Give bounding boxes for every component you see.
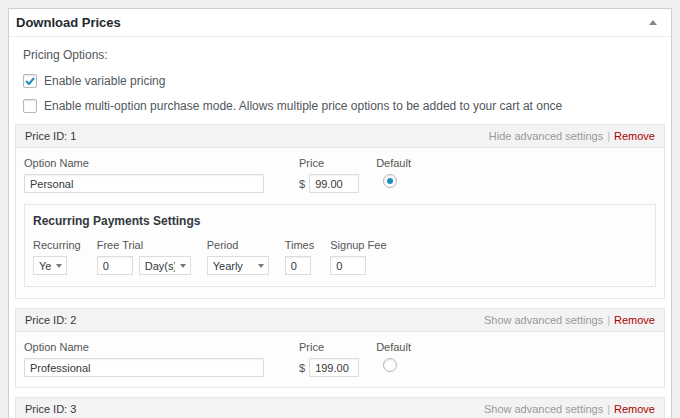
price-row-2: Price ID: 2 Show advanced settings|Remov… (15, 308, 665, 388)
remove-link[interactable]: Remove (614, 403, 655, 415)
price-label: Price (299, 341, 359, 353)
checkmark-icon (25, 77, 35, 85)
remove-link[interactable]: Remove (614, 130, 655, 142)
price-row-3-actions: Show advanced settings|Remove (484, 403, 655, 415)
remove-link[interactable]: Remove (614, 314, 655, 326)
option-name-field: Option Name (24, 341, 264, 377)
price-input[interactable] (309, 174, 359, 193)
option-name-input[interactable] (24, 358, 264, 377)
default-label: Default (376, 157, 411, 169)
download-prices-panel: Download Prices Pricing Options: Enable … (8, 8, 672, 418)
price-row-1: Price ID: 1 Hide advanced settings|Remov… (15, 124, 665, 299)
default-radio[interactable] (383, 174, 397, 188)
link-separator: | (607, 130, 610, 142)
period-select[interactable]: Yearly (207, 256, 269, 275)
recurring-label: Recurring (33, 239, 81, 251)
panel-title: Download Prices (16, 15, 121, 30)
price-id-label: Price ID: 3 (25, 403, 76, 415)
price-row-2-body: Option Name Price $ Default (16, 332, 664, 387)
default-field: Default (376, 341, 411, 372)
price-id-label: Price ID: 1 (25, 130, 76, 142)
panel-header: Download Prices (9, 9, 671, 37)
link-separator: | (607, 314, 610, 326)
recurring-payments-box: Recurring Payments Settings Recurring Ye… (24, 204, 656, 287)
radio-selected-dot (387, 178, 393, 184)
signup-fee-label: Signup Fee (330, 239, 386, 251)
times-label: Times (285, 239, 315, 251)
collapse-panel-button[interactable] (645, 16, 661, 29)
price-row-1-actions: Hide advanced settings|Remove (489, 130, 655, 142)
link-separator: | (607, 403, 610, 415)
advanced-settings-link[interactable]: Show advanced settings (484, 403, 603, 415)
price-row-3-header: Price ID: 3 Show advanced settings|Remov… (16, 398, 664, 418)
currency-symbol: $ (299, 178, 305, 190)
signup-fee-field: Signup Fee (330, 239, 386, 275)
price-row-1-header: Price ID: 1 Hide advanced settings|Remov… (16, 125, 664, 148)
option-name-field: Option Name (24, 157, 264, 193)
price-field: Price $ (299, 157, 359, 193)
free-trial-field: Free Trial Day(s) (97, 239, 191, 275)
multi-option-label: Enable multi-option purchase mode. Allow… (44, 99, 562, 113)
free-trial-input[interactable] (97, 256, 133, 275)
multi-option-row: Enable multi-option purchase mode. Allow… (23, 99, 665, 113)
pricing-options-label: Pricing Options: (23, 48, 665, 62)
advanced-settings-link[interactable]: Show advanced settings (484, 314, 603, 326)
option-name-label: Option Name (24, 341, 264, 353)
free-trial-unit-select[interactable]: Day(s) (139, 256, 191, 275)
default-field: Default (376, 157, 411, 188)
advanced-settings-link[interactable]: Hide advanced settings (489, 130, 603, 142)
panel-body: Pricing Options: Enable variable pricing… (9, 37, 671, 418)
price-row-2-actions: Show advanced settings|Remove (484, 314, 655, 326)
option-name-input[interactable] (24, 174, 264, 193)
option-name-label: Option Name (24, 157, 264, 169)
variable-pricing-label: Enable variable pricing (44, 74, 165, 88)
recurring-heading: Recurring Payments Settings (33, 214, 647, 228)
price-field: Price $ (299, 341, 359, 377)
recurring-field: Recurring Yes (33, 239, 81, 275)
times-field: Times (285, 239, 315, 275)
variable-pricing-row: Enable variable pricing (23, 74, 665, 88)
currency-symbol: $ (299, 362, 305, 374)
arrow-up-icon (649, 20, 657, 25)
enable-variable-pricing-checkbox[interactable] (23, 74, 37, 88)
free-trial-label: Free Trial (97, 239, 191, 251)
price-id-label: Price ID: 2 (25, 314, 76, 326)
default-radio[interactable] (383, 358, 397, 372)
signup-fee-input[interactable] (330, 256, 366, 275)
recurring-select[interactable]: Yes (33, 256, 67, 275)
multi-option-purchase-checkbox[interactable] (23, 99, 37, 113)
price-label: Price (299, 157, 359, 169)
price-input[interactable] (309, 358, 359, 377)
price-row-3: Price ID: 3 Show advanced settings|Remov… (15, 397, 665, 418)
period-field: Period Yearly (207, 239, 269, 275)
period-label: Period (207, 239, 269, 251)
price-row-2-header: Price ID: 2 Show advanced settings|Remov… (16, 309, 664, 332)
default-label: Default (376, 341, 411, 353)
times-input[interactable] (285, 256, 311, 275)
price-row-1-body: Option Name Price $ Default (16, 148, 664, 298)
